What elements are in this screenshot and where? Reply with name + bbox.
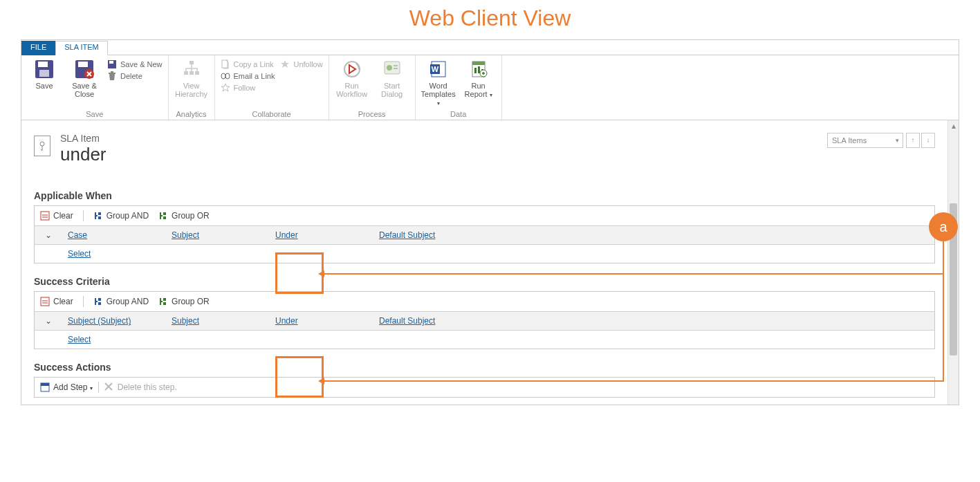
ribbon-group-data: W Word Templates ▾ Run Report ▾ Data [416, 55, 502, 120]
condition-operator-sc[interactable]: Under [275, 316, 298, 326]
svg-rect-40 [98, 302, 101, 305]
svg-point-32 [40, 142, 44, 146]
delete-button[interactable]: Delete [107, 71, 163, 81]
svg-rect-26 [472, 62, 485, 65]
svg-rect-20 [394, 65, 398, 66]
word-templates-button[interactable]: W Word Templates ▾ [421, 58, 456, 107]
tab-sla-item[interactable]: SLA ITEM [55, 41, 108, 55]
condition-value-aw[interactable]: Default Subject [379, 230, 435, 240]
condition-entity-sc[interactable]: Subject (Subject) [68, 316, 131, 326]
delete-step-button[interactable]: Delete this step. [104, 382, 177, 392]
svg-rect-2 [39, 70, 49, 77]
add-step-label: Add Step ▾ [53, 382, 93, 392]
group-or-button-aw[interactable]: Group OR [158, 211, 210, 221]
svg-rect-1 [38, 62, 48, 67]
condition-entity-aw[interactable]: Case [68, 230, 87, 240]
start-dialog-label: Start Dialog [375, 82, 409, 98]
svg-rect-11 [184, 71, 188, 75]
clear-icon [40, 297, 50, 306]
star-icon [280, 59, 290, 69]
star-outline-icon [221, 83, 230, 93]
group-or-icon [158, 211, 168, 221]
arrow-down-icon: ↓ [927, 136, 930, 144]
view-hierarchy-label: View Hierarchy [174, 82, 209, 98]
clear-button-sc[interactable]: Clear [40, 297, 73, 306]
start-dialog-button[interactable]: Start Dialog [375, 58, 409, 98]
chevron-down-icon[interactable]: ⌄ [35, 316, 62, 326]
trash-icon [107, 71, 117, 81]
select-link-aw[interactable]: Select [68, 249, 91, 259]
nav-down-button[interactable]: ↓ [921, 133, 935, 148]
clear-label-aw: Clear [53, 211, 73, 221]
group-or-label-aw: Group OR [172, 211, 210, 221]
email-link-icon [221, 71, 230, 81]
entity-header: SLA Item under SLA Items ↑ ↓ [34, 133, 935, 186]
svg-rect-37 [163, 216, 166, 219]
save-icon [33, 58, 55, 80]
ribbon-group-data-label: Data [421, 107, 496, 118]
group-or-button-sc[interactable]: Group OR [158, 297, 210, 306]
select-link-sc[interactable]: Select [68, 335, 91, 344]
delete-step-label: Delete this step. [118, 382, 177, 392]
condition-value-sc[interactable]: Default Subject [379, 316, 435, 326]
app-frame: FILE SLA ITEM Save Save & Close [21, 39, 959, 405]
condition-operator-aw[interactable]: Under [275, 230, 298, 240]
select-row-aw: Select [35, 244, 934, 263]
group-and-button-aw[interactable]: Group AND [93, 211, 149, 221]
group-or-label-sc: Group OR [172, 297, 210, 306]
ribbon: Save Save & Close Save & New [21, 55, 959, 120]
select-row-sc: Select [35, 330, 934, 349]
content-wrap: SLA Item under SLA Items ↑ ↓ [21, 120, 959, 405]
section-success-actions-heading: Success Actions [34, 362, 935, 373]
svg-rect-9 [111, 71, 113, 73]
nav-up-button[interactable]: ↑ [906, 133, 920, 148]
svg-rect-42 [163, 302, 166, 305]
clear-label-sc: Clear [53, 297, 73, 306]
svg-point-16 [225, 73, 230, 79]
section-applicable-when-heading: Applicable When [34, 190, 935, 201]
copy-link-button[interactable]: Copy a Link [221, 59, 275, 69]
svg-rect-8 [109, 73, 115, 74]
save-new-button[interactable]: Save & New [107, 59, 163, 69]
save-close-button[interactable]: Save & Close [67, 58, 102, 98]
add-step-button[interactable]: Add Step ▾ [40, 382, 93, 392]
unfollow-button[interactable]: Unfollow [280, 59, 322, 69]
svg-rect-39 [98, 298, 101, 301]
hierarchy-icon [181, 58, 203, 80]
condition-row-sc: ⌄ Subject (Subject) Subject Under Defaul… [35, 311, 934, 330]
ribbon-group-collaborate: Copy a Link Email a Link Follow Unfollow [215, 55, 329, 120]
follow-label: Follow [234, 84, 256, 92]
save-new-label: Save & New [120, 60, 163, 68]
report-icon [468, 58, 490, 80]
ribbon-group-analytics: View Hierarchy Analytics [169, 55, 215, 120]
clear-button-aw[interactable]: Clear [40, 211, 73, 221]
group-and-label-sc: Group AND [107, 297, 149, 306]
view-hierarchy-button[interactable]: View Hierarchy [174, 58, 209, 98]
run-report-button[interactable]: Run Report ▾ [461, 58, 496, 99]
condition-field-aw[interactable]: Subject [172, 230, 199, 240]
chevron-down-icon[interactable]: ⌄ [35, 230, 62, 240]
clear-icon [40, 211, 50, 221]
follow-button[interactable]: Follow [221, 83, 275, 93]
group-or-icon [158, 297, 168, 306]
condition-field-sc[interactable]: Subject [172, 316, 199, 326]
save-button[interactable]: Save [27, 58, 62, 90]
svg-rect-33 [41, 212, 49, 220]
email-link-button[interactable]: Email a Link [221, 71, 275, 81]
section-success-criteria-heading: Success Criteria [34, 276, 935, 287]
ribbon-group-analytics-label: Analytics [174, 107, 209, 118]
copy-link-label: Copy a Link [234, 60, 274, 68]
run-workflow-button[interactable]: Run Workflow [335, 58, 369, 98]
delete-step-icon [104, 382, 114, 392]
nav-view-dropdown[interactable]: SLA Items [827, 133, 903, 148]
workflow-icon [341, 58, 363, 80]
ribbon-group-process-label: Process [335, 107, 409, 118]
group-and-button-sc[interactable]: Group AND [93, 297, 149, 306]
tab-file[interactable]: FILE [21, 41, 55, 55]
delete-label: Delete [120, 72, 142, 80]
scrollbar[interactable]: ▴ [947, 120, 959, 405]
dialog-icon [381, 58, 403, 80]
copy-link-icon [221, 59, 230, 69]
svg-rect-36 [163, 212, 166, 215]
ribbon-group-collaborate-label: Collaborate [221, 107, 323, 118]
